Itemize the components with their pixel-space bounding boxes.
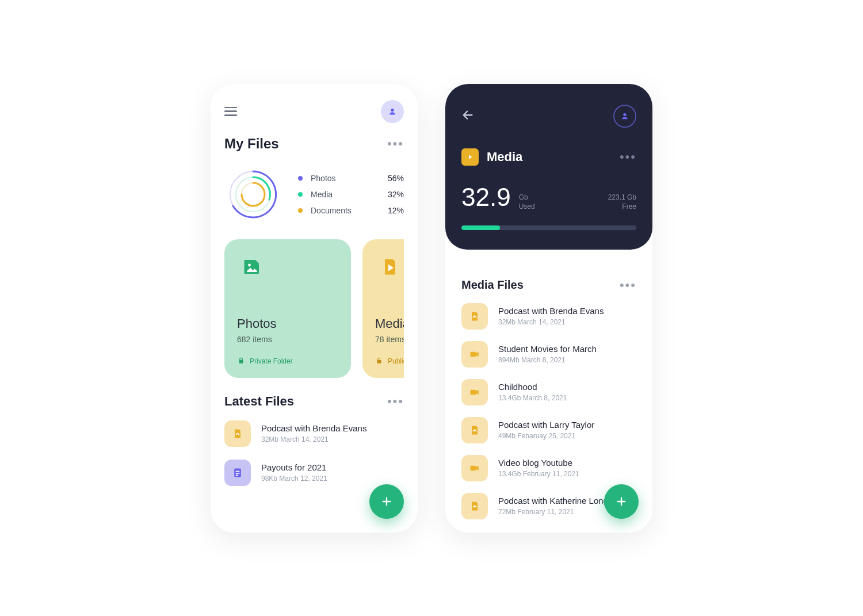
video-file-icon	[461, 379, 488, 405]
latest-files-title: Latest Files	[224, 394, 294, 409]
folder-card-photos[interactable]: Photos682 itemsPrivate Folder	[224, 239, 351, 378]
arrow-left-icon	[461, 109, 474, 121]
file-meta: 13.4Gb March 8, 2021	[498, 394, 567, 402]
more-icon[interactable]: •••	[387, 398, 404, 404]
file-meta: 32Mb March 14, 2021	[261, 435, 366, 443]
profile-button[interactable]	[381, 100, 404, 123]
lock-icon	[237, 357, 245, 366]
file-name: Payouts for 2021	[261, 462, 327, 472]
storage-progress-track	[461, 225, 636, 230]
more-icon[interactable]: •••	[387, 140, 404, 147]
file-meta: 13.4Gb February 11, 2021	[498, 470, 579, 478]
person-icon	[388, 107, 397, 116]
folder-title: Photos	[237, 316, 338, 331]
folder-privacy-label: Public Folder	[388, 357, 404, 365]
svg-rect-5	[236, 470, 240, 472]
play-icon	[467, 154, 473, 160]
svg-rect-11	[471, 351, 476, 356]
folder-card-media[interactable]: Media78 itemsPublic Folder	[362, 239, 404, 378]
note-file-icon	[461, 303, 488, 330]
legend-label: Documents	[311, 206, 371, 215]
unlock-icon	[375, 357, 383, 366]
svg-point-3	[248, 263, 251, 266]
folder-cards-row[interactable]: Photos682 itemsPrivate FolderMedia78 ite…	[224, 239, 404, 378]
folder-item-count: 78 items	[375, 335, 404, 344]
legend-percent: 32%	[379, 190, 404, 199]
toolbar	[461, 105, 636, 128]
file-name: Childhood	[498, 382, 567, 392]
svg-rect-7	[236, 475, 238, 476]
folder-title: Media	[375, 316, 404, 331]
screen-my-files: My Files ••• Photos56%Media32%Documents1…	[211, 84, 418, 533]
folder-privacy-badge: Private Folder	[237, 357, 338, 366]
file-meta: 98Kb March 12, 2021	[261, 475, 327, 483]
add-button[interactable]	[604, 484, 639, 519]
free-value: 223.1 Gb	[608, 193, 636, 202]
file-row[interactable]: Video blog Youtube13.4Gb February 11, 20…	[461, 455, 636, 481]
media-folder-icon	[461, 148, 479, 166]
used-label: Used	[519, 202, 535, 212]
folder-item-count: 682 items	[237, 335, 338, 344]
storage-usage: 32.9 Gb Used 223.1 Gb Free	[461, 183, 636, 212]
sheet-file-icon	[224, 460, 251, 486]
media-title: Media	[487, 150, 522, 164]
more-icon[interactable]: •••	[620, 282, 636, 288]
plus-icon	[615, 495, 628, 508]
back-button[interactable]	[461, 109, 474, 124]
screen-media: Media ••• 32.9 Gb Used 223.1 Gb Free Med…	[445, 84, 652, 533]
used-value: 32.9	[461, 183, 511, 212]
media-header: Media ••• 32.9 Gb Used 223.1 Gb Free	[445, 84, 652, 250]
media-files-header: Media Files •••	[461, 278, 636, 292]
note-file-icon	[224, 420, 251, 447]
file-row[interactable]: Payouts for 202198Kb March 12, 2021	[224, 460, 404, 486]
storage-breakdown: Photos56%Media32%Documents12%	[224, 166, 404, 223]
storage-progress-fill	[461, 225, 500, 230]
toolbar	[224, 100, 404, 123]
file-meta: 72Mb February 11, 2021	[498, 508, 608, 516]
latest-files-header: Latest Files •••	[224, 394, 404, 409]
svg-rect-13	[471, 465, 476, 470]
file-name: Podcast with Larry Taylor	[498, 420, 594, 430]
svg-rect-12	[471, 389, 476, 394]
folder-privacy-badge: Public Folder	[375, 357, 404, 366]
storage-donut-chart	[224, 166, 282, 223]
legend-dot	[298, 208, 303, 213]
file-name: Podcast with Katherine Long	[498, 496, 608, 506]
profile-button[interactable]	[613, 105, 636, 128]
legend-percent: 12%	[379, 206, 404, 215]
file-row[interactable]: Podcast with Brenda Evans32Mb March 14, …	[461, 303, 636, 330]
file-meta: 894Mb March 8, 2021	[498, 356, 597, 364]
plus-icon	[380, 495, 393, 508]
latest-files-list: Podcast with Brenda Evans32Mb March 14, …	[224, 420, 404, 486]
legend-row: Media32%	[298, 190, 404, 199]
legend-percent: 56%	[379, 174, 404, 183]
my-files-header: My Files •••	[224, 136, 404, 152]
file-name: Podcast with Brenda Evans	[498, 306, 604, 316]
file-name: Podcast with Brenda Evans	[261, 423, 366, 433]
note-file-icon	[461, 417, 488, 443]
add-button[interactable]	[369, 484, 404, 519]
menu-icon[interactable]	[224, 107, 237, 116]
file-name: Video blog Youtube	[498, 458, 579, 468]
file-row[interactable]: Podcast with Brenda Evans32Mb March 14, …	[224, 420, 404, 447]
folder-privacy-label: Private Folder	[250, 357, 293, 365]
file-meta: 32Mb March 14, 2021	[498, 318, 604, 326]
legend-label: Media	[311, 190, 371, 199]
more-icon[interactable]: •••	[620, 154, 636, 160]
page-title: My Files	[224, 136, 279, 152]
legend-dot	[298, 192, 303, 197]
file-row[interactable]: Childhood13.4Gb March 8, 2021	[461, 379, 636, 405]
file-meta: 49Mb Febaruay 25, 2021	[498, 432, 594, 440]
free-label: Free	[608, 202, 636, 212]
media-files-title: Media Files	[461, 278, 524, 292]
svg-rect-6	[236, 473, 240, 474]
media-files-list: Podcast with Brenda Evans32Mb March 14, …	[461, 303, 636, 519]
legend-label: Photos	[311, 174, 371, 183]
note-file-icon	[461, 493, 488, 519]
file-row[interactable]: Podcast with Larry Taylor49Mb Febaruay 2…	[461, 417, 636, 443]
video-file-icon	[461, 455, 488, 481]
storage-legend: Photos56%Media32%Documents12%	[298, 174, 404, 215]
media-title-row: Media •••	[461, 148, 636, 166]
file-row[interactable]: Student Movies for March894Mb March 8, 2…	[461, 341, 636, 368]
used-unit: Gb	[519, 193, 535, 202]
